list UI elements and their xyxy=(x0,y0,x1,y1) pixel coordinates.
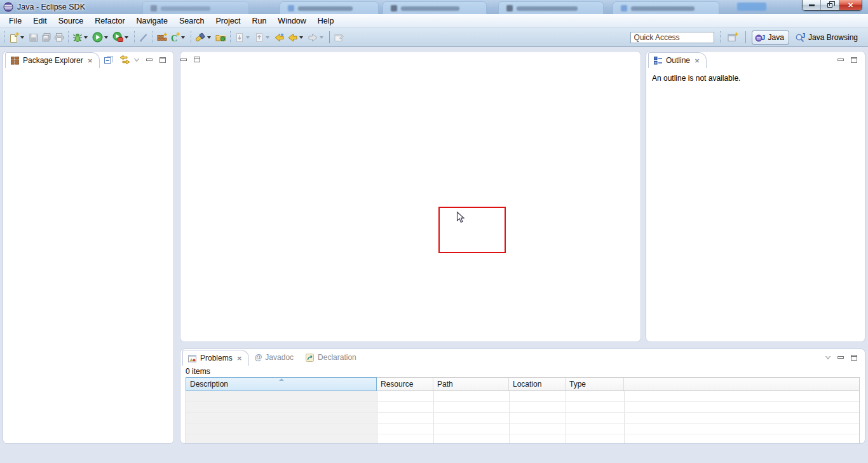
menu-source[interactable]: Source xyxy=(53,15,90,27)
problems-header: Problems ✕ @ Javadoc Declaration xyxy=(180,349,865,366)
save-all-button[interactable] xyxy=(40,30,53,45)
svg-text:C: C xyxy=(171,33,177,43)
menu-navigate[interactable]: Navigate xyxy=(131,15,173,27)
menu-file[interactable]: File xyxy=(3,15,27,27)
tab-declaration[interactable]: Declaration xyxy=(299,353,362,363)
minimize-view-icon[interactable] xyxy=(146,59,153,61)
run-external-tools-icon xyxy=(112,32,123,43)
cell xyxy=(434,402,510,412)
new-java-class-button[interactable]: C xyxy=(168,30,188,45)
tab-problems[interactable]: Problems ✕ xyxy=(182,350,249,366)
column-label: Location xyxy=(513,380,541,389)
menu-project[interactable]: Project xyxy=(210,15,247,27)
save-button[interactable] xyxy=(27,30,40,45)
last-edit-location-button[interactable] xyxy=(273,30,286,45)
search-button[interactable] xyxy=(194,30,214,45)
background-tab-favicon xyxy=(151,5,157,11)
maximize-view-icon[interactable] xyxy=(159,57,166,63)
table-row xyxy=(186,391,859,402)
debug-dropdown-arrow[interactable] xyxy=(84,36,88,39)
view-menu-icon[interactable] xyxy=(134,59,139,62)
new-java-working-set-button[interactable] xyxy=(137,30,150,45)
tab-package-explorer[interactable]: Package Explorer ✕ xyxy=(5,52,100,68)
next-annotation-button[interactable] xyxy=(233,30,253,45)
previous-annotation-button[interactable] xyxy=(253,30,273,45)
close-tab-icon[interactable]: ✕ xyxy=(86,57,94,65)
new-java-class-dropdown-arrow[interactable] xyxy=(181,36,185,39)
debug-icon xyxy=(72,32,83,43)
maximize-view-icon[interactable] xyxy=(194,57,200,62)
print-button[interactable] xyxy=(53,30,65,45)
restore-window-button[interactable] xyxy=(821,0,839,10)
editor-area[interactable] xyxy=(180,51,641,342)
eclipse-logo-icon xyxy=(3,2,13,12)
menu-edit[interactable]: Edit xyxy=(27,15,53,27)
close-window-button[interactable]: ✕ xyxy=(839,0,862,10)
status-bar xyxy=(0,445,868,463)
tab-javadoc[interactable]: @ Javadoc xyxy=(249,353,299,362)
tab-declaration-label: Declaration xyxy=(318,353,356,362)
package-explorer-body[interactable] xyxy=(3,68,173,443)
minimize-view-icon[interactable] xyxy=(180,59,187,61)
run-dropdown-arrow[interactable] xyxy=(104,36,108,39)
minimize-view-icon[interactable] xyxy=(837,59,844,61)
cell xyxy=(377,391,434,401)
open-type-button[interactable] xyxy=(214,30,227,45)
titlebar[interactable]: Java - Eclipse SDK ✕ xyxy=(0,0,868,14)
perspective-java-browsing-button[interactable]: J Java Browsing xyxy=(792,31,862,44)
maximize-view-icon[interactable] xyxy=(851,355,857,361)
cell xyxy=(566,434,625,444)
next-annotation-dropdown-arrow[interactable] xyxy=(246,36,250,39)
column-header-description[interactable]: Description xyxy=(186,377,377,391)
run-last-tool-dropdown-arrow[interactable] xyxy=(125,36,128,39)
perspective-java-button[interactable]: J Java xyxy=(752,31,789,45)
outline-message: An outline is not available. xyxy=(646,68,865,83)
close-tab-icon[interactable]: ✕ xyxy=(236,354,243,363)
new-wizard-button[interactable] xyxy=(8,30,27,45)
quick-access-input[interactable] xyxy=(630,32,714,43)
new-wizard-dropdown-arrow[interactable] xyxy=(20,36,24,39)
problems-table-header: Description Resource Path Location Type xyxy=(186,378,859,391)
close-tab-icon[interactable]: ✕ xyxy=(693,57,701,65)
search-dropdown-arrow[interactable] xyxy=(207,36,211,39)
back-dropdown-arrow[interactable] xyxy=(299,36,303,39)
debug-button[interactable] xyxy=(71,30,91,45)
view-menu-icon[interactable] xyxy=(825,356,831,359)
menu-window[interactable]: Window xyxy=(272,15,311,27)
back-button[interactable] xyxy=(286,30,306,45)
column-header-location[interactable]: Location xyxy=(509,378,566,390)
minimize-view-icon[interactable] xyxy=(837,356,844,359)
menu-search[interactable]: Search xyxy=(173,15,210,27)
column-header-path[interactable]: Path xyxy=(433,378,509,390)
previous-annotation-dropdown-arrow[interactable] xyxy=(266,36,269,39)
save-all-icon xyxy=(41,32,51,43)
column-header-type[interactable]: Type xyxy=(566,378,624,390)
forward-dropdown-arrow[interactable] xyxy=(320,36,323,39)
menu-help[interactable]: Help xyxy=(312,15,340,27)
toolbar-separator xyxy=(191,31,191,43)
package-explorer-icon xyxy=(10,56,20,66)
open-perspective-button[interactable] xyxy=(726,30,740,45)
menu-run[interactable]: Run xyxy=(246,15,272,27)
collapse-all-icon xyxy=(104,55,114,65)
problems-count: 0 items xyxy=(180,366,865,377)
cell xyxy=(510,413,566,423)
editor-window-icon xyxy=(334,32,344,43)
link-with-editor-button[interactable] xyxy=(119,55,130,65)
table-row xyxy=(186,434,859,444)
run-button[interactable] xyxy=(91,30,111,45)
cell xyxy=(186,424,377,434)
minimize-window-button[interactable] xyxy=(803,0,821,10)
column-header-resource[interactable]: Resource xyxy=(377,378,433,390)
problems-table: Description Resource Path Location Type xyxy=(186,377,860,444)
tab-javadoc-label: Javadoc xyxy=(265,353,294,362)
collapse-all-button[interactable] xyxy=(104,55,114,65)
open-last-editor-button[interactable] xyxy=(332,30,346,45)
run-last-tool-button[interactable] xyxy=(111,30,132,45)
forward-button[interactable] xyxy=(306,30,327,45)
link-with-editor-icon xyxy=(119,55,130,65)
tab-outline[interactable]: Outline ✕ xyxy=(648,52,707,68)
menu-refactor[interactable]: Refactor xyxy=(89,15,130,27)
new-java-project-button[interactable] xyxy=(156,30,168,45)
maximize-view-icon[interactable] xyxy=(851,57,857,63)
